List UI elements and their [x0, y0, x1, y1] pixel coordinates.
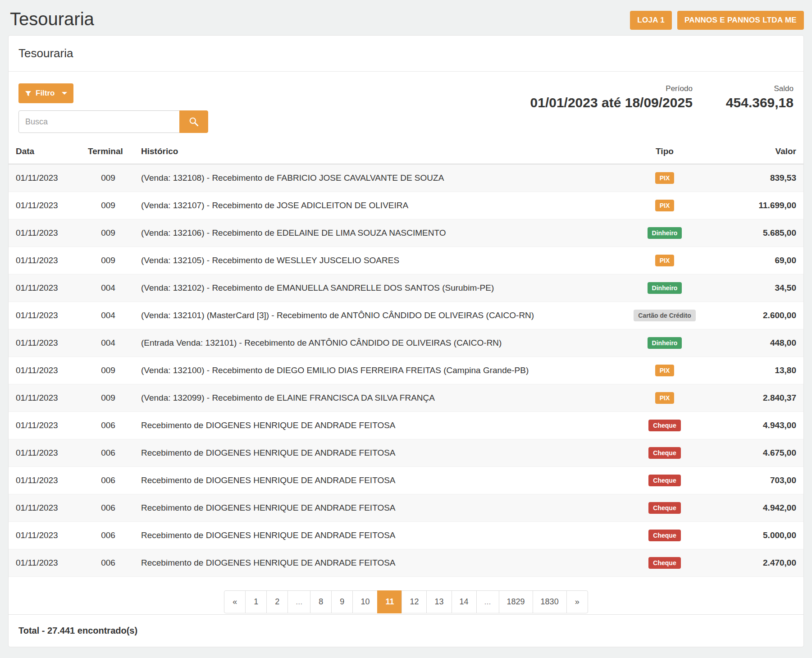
pagination-page-10[interactable]: 10	[352, 590, 378, 613]
cell-tipo: Cheque	[610, 439, 720, 467]
period-label: Período	[530, 84, 693, 93]
page: Tesouraria LOJA 1 PANNOS E PANNOS LTDA M…	[0, 0, 812, 658]
cell-historico: Recebimento de DIOGENES HENRIQUE DE ANDR…	[137, 439, 610, 467]
tipo-badge: PIX	[655, 392, 675, 404]
tipo-badge: Cheque	[648, 530, 680, 541]
period-value: 01/01/2023 até 18/09/2025	[530, 95, 693, 110]
cell-data: 01/11/2023	[9, 164, 80, 192]
content-card: Tesouraria Filtro	[8, 35, 804, 647]
cell-historico: (Venda: 132106) - Recebimento de EDELAIN…	[137, 219, 610, 247]
table-row[interactable]: 01/11/2023 009 (Venda: 132105) - Recebim…	[9, 247, 803, 274]
table-row[interactable]: 01/11/2023 004 (Entrada Venda: 132101) -…	[9, 329, 803, 357]
cell-data: 01/11/2023	[9, 522, 80, 549]
cell-historico: (Entrada Venda: 132101) - Recebimento de…	[137, 329, 610, 357]
table-row[interactable]: 01/11/2023 006 Recebimento de DIOGENES H…	[9, 412, 803, 439]
cell-tipo: Cheque	[610, 494, 720, 522]
balance-value: 454.369,18	[726, 95, 794, 110]
pagination-page-1830[interactable]: 1830	[533, 590, 567, 613]
summary-stats: Período 01/01/2023 até 18/09/2025 Saldo …	[530, 83, 794, 110]
table-row[interactable]: 01/11/2023 009 (Venda: 132100) - Recebim…	[9, 357, 803, 384]
cell-valor: 13,80	[720, 357, 803, 384]
cell-valor: 448,00	[720, 329, 803, 357]
company-button[interactable]: PANNOS E PANNOS LTDA ME	[677, 11, 804, 30]
table-row[interactable]: 01/11/2023 006 Recebimento de DIOGENES H…	[9, 439, 803, 467]
cell-valor: 34,50	[720, 274, 803, 302]
table-row[interactable]: 01/11/2023 009 (Venda: 132099) - Recebim…	[9, 384, 803, 412]
column-header-historico: Histórico	[137, 139, 610, 164]
cell-tipo: Cheque	[610, 412, 720, 439]
table-row[interactable]: 01/11/2023 006 Recebimento de DIOGENES H…	[9, 494, 803, 522]
tipo-badge: Cheque	[648, 557, 680, 569]
pagination-page-14[interactable]: 14	[452, 590, 477, 613]
table-row[interactable]: 01/11/2023 006 Recebimento de DIOGENES H…	[9, 549, 803, 577]
table-row[interactable]: 01/11/2023 009 (Venda: 132108) - Recebim…	[9, 164, 803, 192]
cell-valor: 4.942,00	[720, 494, 803, 522]
table-row[interactable]: 01/11/2023 004 (Venda: 132101) (MasterCa…	[9, 302, 803, 329]
cell-valor: 11.699,00	[720, 192, 803, 219]
transactions-table: Data Terminal Histórico Tipo Valor 01/11…	[9, 139, 803, 577]
cell-valor: 2.840,37	[720, 384, 803, 412]
cell-data: 01/11/2023	[9, 274, 80, 302]
pagination-page-12[interactable]: 12	[401, 590, 427, 613]
pagination-page-1[interactable]: 1	[245, 590, 267, 613]
filter-search-area: Filtro	[18, 83, 208, 133]
store-button[interactable]: LOJA 1	[630, 11, 672, 30]
tipo-badge: Cartão de Crédito	[634, 310, 695, 321]
pagination: «12...891011121314...18291830»	[9, 590, 803, 613]
cell-valor: 2.470,00	[720, 549, 803, 577]
cell-data: 01/11/2023	[9, 549, 80, 577]
cell-data: 01/11/2023	[9, 329, 80, 357]
cell-tipo: PIX	[610, 247, 720, 274]
table-header-row: Data Terminal Histórico Tipo Valor	[9, 139, 803, 164]
table-row[interactable]: 01/11/2023 006 Recebimento de DIOGENES H…	[9, 467, 803, 494]
controls-row: Filtro Período 01/01/2023 até 18/09/2025	[9, 72, 803, 139]
table-row[interactable]: 01/11/2023 004 (Venda: 132102) - Recebim…	[9, 274, 803, 302]
cell-tipo: Cheque	[610, 522, 720, 549]
pagination-page-8[interactable]: 8	[310, 590, 332, 613]
cell-tipo: PIX	[610, 192, 720, 219]
tipo-badge: Cheque	[648, 502, 680, 514]
chevron-down-icon	[62, 92, 67, 95]
cell-data: 01/11/2023	[9, 439, 80, 467]
cell-tipo: Cheque	[610, 467, 720, 494]
search-input[interactable]	[18, 110, 180, 133]
pagination-page-1829[interactable]: 1829	[499, 590, 533, 613]
tipo-badge: Cheque	[648, 475, 680, 486]
cell-historico: Recebimento de DIOGENES HENRIQUE DE ANDR…	[137, 549, 610, 577]
filter-button[interactable]: Filtro	[18, 83, 73, 103]
cell-terminal: 009	[80, 384, 137, 412]
cell-historico: Recebimento de DIOGENES HENRIQUE DE ANDR…	[137, 522, 610, 549]
cell-historico: (Venda: 132099) - Recebimento de ELAINE …	[137, 384, 610, 412]
cell-valor: 5.685,00	[720, 219, 803, 247]
table-row[interactable]: 01/11/2023 006 Recebimento de DIOGENES H…	[9, 522, 803, 549]
column-header-terminal: Terminal	[80, 139, 137, 164]
cell-terminal: 004	[80, 274, 137, 302]
cell-terminal: 006	[80, 412, 137, 439]
search-button[interactable]	[179, 110, 208, 133]
pagination-page-11[interactable]: 11	[377, 590, 402, 613]
pagination-page-13[interactable]: 13	[426, 590, 452, 613]
cell-terminal: 006	[80, 549, 137, 577]
cell-terminal: 009	[80, 357, 137, 384]
table-row[interactable]: 01/11/2023 009 (Venda: 132107) - Recebim…	[9, 192, 803, 219]
cell-tipo: Cheque	[610, 549, 720, 577]
cell-valor: 4.675,00	[720, 439, 803, 467]
table-row[interactable]: 01/11/2023 009 (Venda: 132106) - Recebim…	[9, 219, 803, 247]
tipo-badge: PIX	[655, 200, 675, 211]
pagination-prev[interactable]: «	[224, 590, 246, 613]
cell-historico: Recebimento de DIOGENES HENRIQUE DE ANDR…	[137, 494, 610, 522]
cell-terminal: 006	[80, 522, 137, 549]
pagination-page-9[interactable]: 9	[331, 590, 353, 613]
cell-valor: 2.600,00	[720, 302, 803, 329]
tipo-badge: PIX	[655, 172, 675, 184]
cell-data: 01/11/2023	[9, 219, 80, 247]
cell-tipo: Dinheiro	[610, 219, 720, 247]
balance-label: Saldo	[726, 84, 794, 93]
cell-data: 01/11/2023	[9, 467, 80, 494]
pagination-next[interactable]: »	[566, 590, 588, 613]
card-title: Tesouraria	[9, 36, 803, 72]
cell-data: 01/11/2023	[9, 384, 80, 412]
column-header-data: Data	[9, 139, 80, 164]
pagination-page-2[interactable]: 2	[266, 590, 288, 613]
cell-terminal: 006	[80, 467, 137, 494]
